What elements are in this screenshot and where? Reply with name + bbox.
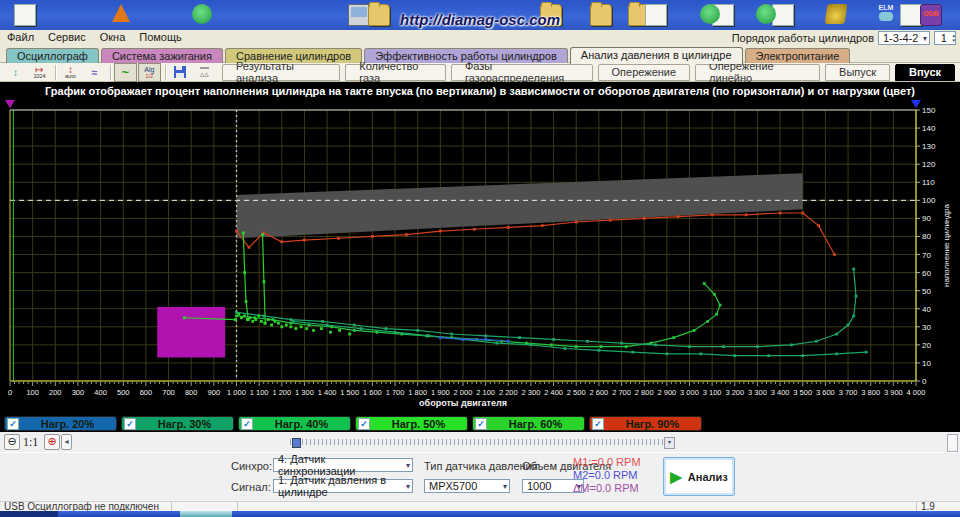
pressure-sensor-group-label: Тип датчика давления xyxy=(424,460,538,472)
rpm-markers: M1:=0.0 RPM M2=0.0 RPM ΔM=0.0 RPM xyxy=(573,456,641,495)
legend-checkbox[interactable]: ✓ xyxy=(7,418,19,430)
legend-checkbox[interactable]: ✓ xyxy=(358,418,370,430)
svg-text:140: 140 xyxy=(922,124,936,133)
spin-down-icon[interactable]: ▾ xyxy=(952,38,955,43)
svg-text:50: 50 xyxy=(922,287,931,296)
svg-text:2 500: 2 500 xyxy=(567,388,586,397)
svg-text:наполнение цилиндра: наполнение цилиндра xyxy=(942,204,951,287)
svg-text:3 000: 3 000 xyxy=(680,388,699,397)
svg-text:1 200: 1 200 xyxy=(272,388,291,397)
chart-area: График отображает процент наполнения цил… xyxy=(0,82,960,432)
legend-item-90pct[interactable]: ✓Нагр. 90% xyxy=(589,416,702,431)
legend-checkbox[interactable]: ✓ xyxy=(241,418,253,430)
cylinder-order-select[interactable]: 1-3-4-2▾ xyxy=(878,31,930,45)
svg-text:300: 300 xyxy=(72,388,85,397)
menu-помощь[interactable]: Помощь xyxy=(132,30,189,44)
taskbar-segment xyxy=(0,511,58,517)
legend-item-60pct[interactable]: ✓Нагр. 60% xyxy=(472,416,585,431)
svg-text:4 000: 4 000 xyxy=(907,388,926,397)
chart-plot[interactable]: 01002003004005006007008009001 0001 1001 … xyxy=(0,98,960,416)
waveform-icon[interactable]: ≈ xyxy=(83,63,106,82)
sync-label: Синхро: xyxy=(231,460,272,472)
svg-text:2 600: 2 600 xyxy=(590,388,609,397)
zoom-out-button[interactable]: ⊖ xyxy=(4,434,20,450)
svg-text:70: 70 xyxy=(922,251,931,260)
svg-text:2 800: 2 800 xyxy=(635,388,654,397)
legend-label: Нагр. 20% xyxy=(19,418,116,430)
status-cell-2 xyxy=(172,502,238,511)
pan-left-button[interactable]: ◂ xyxy=(61,434,72,450)
legend-checkbox[interactable]: ✓ xyxy=(475,418,487,430)
legend-item-40pct[interactable]: ✓Нагр. 40% xyxy=(238,416,351,431)
svg-text:10: 10 xyxy=(922,359,931,368)
signal-label: Сигнал: xyxy=(231,481,271,493)
tab-анализ-давления-в-цилиндре[interactable]: Анализ давления в цилиндре xyxy=(570,47,743,64)
svg-text:1 300: 1 300 xyxy=(295,388,314,397)
scrollbar-thumb[interactable] xyxy=(292,438,301,448)
smooth-line-icon[interactable]: ~ xyxy=(114,63,137,82)
site-url: http://diamag-osc.com xyxy=(0,11,960,28)
status-version: 1.9 xyxy=(917,502,960,511)
svg-text:60: 60 xyxy=(922,269,931,278)
analysis-button-выпуск[interactable]: Выпуск xyxy=(825,64,890,81)
zoom-in-button[interactable]: ⊕ xyxy=(44,434,60,450)
svg-text:1 400: 1 400 xyxy=(318,388,337,397)
algorithm-icon[interactable]: Alg1/2 xyxy=(138,63,161,82)
signal-select[interactable]: 1. Датчик давления в цилиндре▾ xyxy=(273,479,413,493)
compare-signals-icon[interactable]: ↕ xyxy=(4,63,27,82)
status-connection: USB Осциллограф не подключен xyxy=(0,502,172,511)
save-icon[interactable] xyxy=(169,63,192,82)
svg-text:3 200: 3 200 xyxy=(725,388,744,397)
toolbar-separator xyxy=(165,65,166,80)
menu-окна[interactable]: Окна xyxy=(93,30,133,44)
menu-файл[interactable]: Файл xyxy=(0,30,41,44)
svg-text:0: 0 xyxy=(8,388,12,397)
legend-label: Нагр. 40% xyxy=(253,418,350,430)
svg-text:3 700: 3 700 xyxy=(839,388,858,397)
analyze-button[interactable]: ▶ Анализ xyxy=(663,457,735,496)
legend-row: ✓Нагр. 20%✓Нагр. 30%✓Нагр. 40%✓Нагр. 50%… xyxy=(4,416,702,430)
marker-delta-value: ΔM=0.0 RPM xyxy=(573,482,641,495)
analysis-button-количество-газа[interactable]: Количество газа xyxy=(345,64,446,81)
svg-text:3 300: 3 300 xyxy=(748,388,767,397)
pressure-sensor-select[interactable]: MPX5700▾ xyxy=(424,479,510,493)
svg-text:1 600: 1 600 xyxy=(363,388,382,397)
cylinder-number-stepper[interactable]: 1 ▴▾ xyxy=(934,31,956,45)
svg-text:40: 40 xyxy=(922,305,931,314)
analysis-button-фазы-газораспределения[interactable]: Фазы газораспределения xyxy=(451,64,593,81)
vertical-autoscale-icon[interactable]: ↕auto xyxy=(59,63,82,82)
balance-icon[interactable]: ▵▵ xyxy=(193,63,216,82)
analysis-button-опережение-линейно[interactable]: Опережение линейно xyxy=(695,64,820,81)
svg-text:2 300: 2 300 xyxy=(522,388,541,397)
legend-checkbox[interactable]: ✓ xyxy=(124,418,136,430)
marker-m1-value: M1:=0.0 RPM xyxy=(573,456,641,469)
svg-text:3 500: 3 500 xyxy=(793,388,812,397)
scrollbar-end-button[interactable]: ▾ xyxy=(664,437,675,449)
svg-text:400: 400 xyxy=(94,388,107,397)
sync-select[interactable]: 4. Датчик синхронизации▾ xyxy=(273,458,413,472)
analysis-button-результаты-анализа[interactable]: Результаты анализа xyxy=(222,64,340,81)
menu-сервис[interactable]: Сервис xyxy=(41,30,93,44)
analysis-button-впуск[interactable]: Впуск xyxy=(895,64,955,81)
zoom-bar: ⊖ 1:1 ⊕ ◂ ▾ xyxy=(0,432,960,453)
horizontal-scrollbar[interactable]: ▾ xyxy=(290,439,665,445)
svg-text:1 100: 1 100 xyxy=(250,388,269,397)
svg-text:150: 150 xyxy=(922,106,936,115)
legend-label: Нагр. 60% xyxy=(487,418,584,430)
horizontal-range-icon[interactable]: ↦1024 xyxy=(28,63,51,82)
control-panel: Синхро: 4. Датчик синхронизации▾ Сигнал:… xyxy=(0,452,960,502)
svg-text:2 900: 2 900 xyxy=(657,388,676,397)
svg-text:обороты двигателя: обороты двигателя xyxy=(419,398,507,408)
legend-item-20pct[interactable]: ✓Нагр. 20% xyxy=(4,416,117,431)
marker-m2-value: M2=0.0 RPM xyxy=(573,469,641,482)
chevron-down-icon: ▾ xyxy=(406,461,410,470)
svg-text:20: 20 xyxy=(922,341,931,350)
analysis-button-опережение[interactable]: Опережение xyxy=(598,64,691,81)
svg-text:1 700: 1 700 xyxy=(386,388,405,397)
legend-item-50pct[interactable]: ✓Нагр. 50% xyxy=(355,416,468,431)
vertical-scrollbar[interactable] xyxy=(947,434,958,452)
legend-item-30pct[interactable]: ✓Нагр. 30% xyxy=(121,416,234,431)
legend-checkbox[interactable]: ✓ xyxy=(592,418,604,430)
desktop-strip: ELMODB http://diamag-osc.com xyxy=(0,0,960,30)
svg-text:3 400: 3 400 xyxy=(771,388,790,397)
